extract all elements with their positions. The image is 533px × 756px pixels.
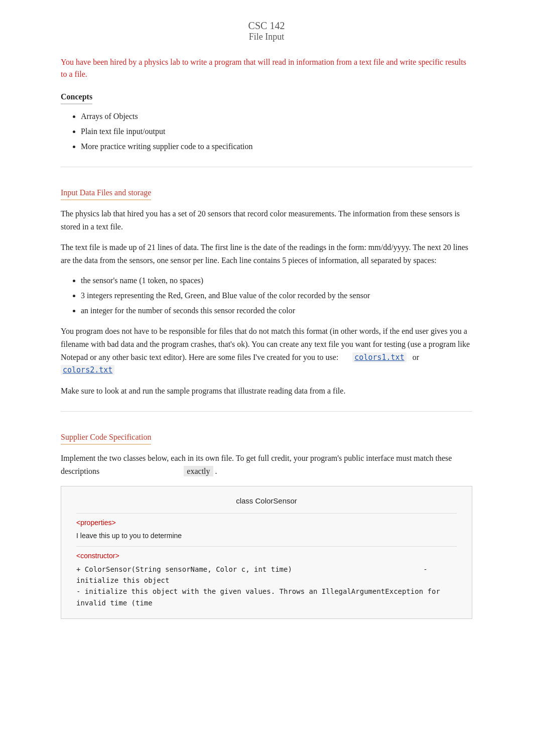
constructor-signature: + ColorSensor(String sensorName, Color c… [76, 565, 292, 573]
constructor-desc: - initialize this object with the given … [76, 586, 457, 608]
sensor-data-list: the sensor's name (1 token, no spaces) 3… [61, 275, 472, 317]
properties-label: <properties> [76, 519, 457, 527]
input-para-2: The text file is made up of 21 lines of … [61, 241, 472, 267]
input-para-3: You program does not have to be responsi… [61, 325, 472, 376]
para3-text: You program does not have to be responsi… [61, 327, 470, 361]
concepts-list: Arrays of Objects Plain text file input/… [61, 110, 472, 153]
list-item: the sensor's name (1 token, no spaces) [81, 275, 472, 287]
code-box-title: class ColorSensor [76, 496, 457, 505]
supplier-section: Supplier Code Specification Implement th… [61, 433, 472, 619]
concepts-section: Concepts Arrays of Objects Plain text fi… [61, 92, 472, 153]
colors2-link[interactable]: colors2.txt [61, 365, 114, 375]
code-divider-1 [76, 513, 457, 514]
list-item: 3 integers representing the Red, Green, … [81, 290, 472, 302]
input-data-section: Input Data Files and storage The physics… [61, 188, 472, 397]
list-item: More practice writing supplier code to a… [81, 141, 472, 153]
input-para-1: The physics lab that hired you has a set… [61, 207, 472, 233]
constructor-label: <constructor> [76, 552, 457, 560]
supplier-para-1: Implement the two classes below, each in… [61, 452, 472, 477]
list-item: Arrays of Objects [81, 110, 472, 122]
properties-text: I leave this up to you to determine [76, 531, 457, 541]
course-title: CSC 142 [61, 20, 472, 32]
section-divider-2 [61, 411, 472, 412]
code-divider-2 [76, 546, 457, 547]
code-box: class ColorSensor <properties> I leave t… [61, 486, 472, 619]
page-title: File Input [61, 32, 472, 42]
input-data-heading: Input Data Files and storage [61, 188, 151, 200]
page-header: CSC 142 File Input [61, 20, 472, 42]
colors1-link[interactable]: colors1.txt [352, 352, 406, 362]
intro-paragraph: You have been hired by a physics lab to … [61, 56, 472, 80]
concepts-heading: Concepts [61, 92, 92, 104]
page-container: CSC 142 File Input You have been hired b… [51, 0, 482, 663]
supplier-heading: Supplier Code Specification [61, 433, 151, 445]
section-divider [61, 167, 472, 167]
supplier-para-after: . [215, 467, 217, 475]
exactly-word: exactly [184, 466, 213, 476]
constructor-method: + ColorSensor(String sensorName, Color c… [76, 564, 457, 586]
list-item: an integer for the number of seconds thi… [81, 305, 472, 317]
input-para-4: Make sure to look at and run the sample … [61, 385, 472, 398]
supplier-para-before: Implement the two classes below, each in… [61, 454, 452, 475]
list-item: Plain text file input/output [81, 125, 472, 138]
